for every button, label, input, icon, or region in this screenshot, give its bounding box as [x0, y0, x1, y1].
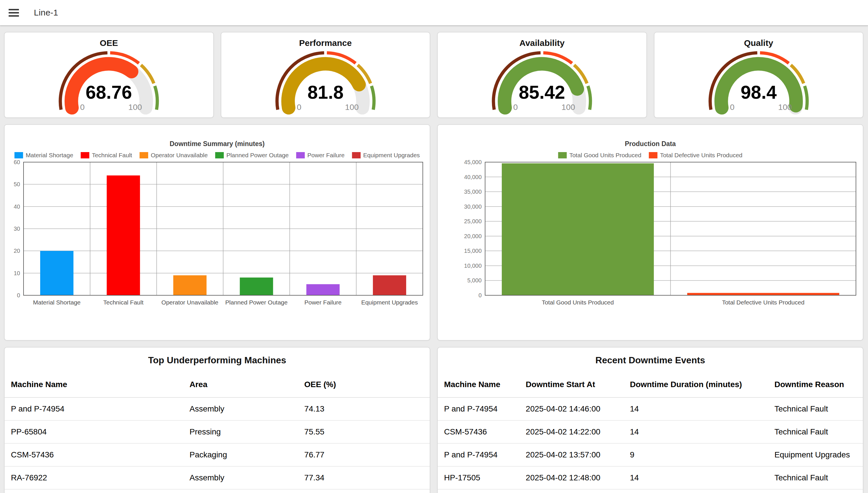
legend-swatch: [558, 152, 567, 158]
x-category-label: Technical Fault: [103, 299, 144, 306]
legend-item: Operator Unavailable: [140, 152, 208, 158]
cell-machine-name: P and P-74954: [438, 443, 526, 466]
y-tick-label: 30: [14, 226, 20, 232]
gauge-row: OEE 68.760100 Performance 81.80100 Avail…: [4, 32, 863, 118]
availability-gauge-chart: 85.420100: [478, 48, 606, 116]
legend-swatch: [140, 152, 148, 158]
cell-machine-name: CSM-57436: [438, 421, 526, 443]
cell-machine-name: P and P-74954: [438, 398, 526, 421]
cell-oee: 75.55: [304, 421, 430, 443]
cell-area: Packaging: [189, 443, 304, 466]
recent-downtime-events-table: Machine NameDowntime Start AtDowntime Du…: [438, 366, 863, 490]
x-category-label: Material Shortage: [33, 299, 81, 306]
menu-icon[interactable]: [8, 7, 20, 18]
gauge-title: Availability: [438, 38, 647, 48]
legend-label: Total Good Units Produced: [569, 152, 641, 158]
gauge-title: OEE: [5, 38, 213, 48]
downtime-summary-card: Downtime Summary (minutes)Material Short…: [4, 124, 430, 341]
legend-item: Planned Power Outage: [215, 152, 289, 158]
table-row: PP-65804Pressing75.55: [5, 421, 430, 443]
cell-oee: 76.77: [304, 443, 430, 466]
page-title: Line-1: [34, 8, 58, 18]
cell-machine-name: P and P-74954: [5, 398, 189, 421]
chart-title: Production Data: [625, 140, 676, 148]
y-tick-label: 20,000: [464, 233, 482, 239]
x-category-label: Power Failure: [304, 299, 342, 306]
table-row: P and P-749542025-04-02 13:57:009Equipme…: [438, 443, 863, 466]
legend-item: Total Good Units Produced: [558, 152, 641, 158]
chart-title: Downtime Summary (minutes): [170, 140, 264, 148]
table-row: HP-175052025-04-02 12:48:0014Technical F…: [438, 466, 863, 489]
legend-item: Material Shortage: [14, 152, 73, 158]
legend-swatch: [81, 152, 89, 158]
bar-power-failure[interactable]: [306, 284, 340, 295]
bar-material-shortage[interactable]: [40, 251, 73, 295]
legend-item: Equipment Upgrades: [352, 152, 420, 158]
gauge-card-oee: OEE 68.760100: [4, 32, 214, 118]
bar-total-defective-units-produced[interactable]: [687, 293, 839, 295]
bar-total-good-units-produced[interactable]: [502, 163, 654, 295]
bar-technical-fault[interactable]: [107, 175, 140, 295]
performance-gauge-chart: 81.80100: [261, 48, 390, 116]
cell-oee: 74.13: [304, 398, 430, 421]
cell-downtime-start-at: 2025-04-02 14:46:00: [526, 398, 630, 421]
cell-machine-name: CSM-57436: [5, 443, 189, 466]
gauge-max-label: 100: [345, 103, 359, 112]
gauge-value: 98.4: [741, 82, 777, 103]
cell-downtime-reason: Technical Fault: [775, 421, 863, 443]
gauge-max-label: 100: [778, 103, 792, 112]
y-tick-label: 45,000: [464, 159, 482, 165]
gauge-value: 81.8: [308, 82, 344, 103]
table-row: Top Underperforming Machines Machine Nam…: [4, 347, 863, 493]
column-header-downtime-reason: Downtime Reason: [775, 366, 863, 398]
legend-swatch: [215, 152, 224, 158]
gauge-band-segment: [805, 86, 807, 110]
downtime-summary-chart: Downtime Summary (minutes)Material Short…: [5, 127, 430, 339]
y-tick-label: 10,000: [464, 262, 482, 269]
legend-swatch: [14, 152, 23, 158]
legend-label: Equipment Upgrades: [363, 152, 420, 158]
x-category-label: Planned Power Outage: [225, 299, 288, 306]
table-row: CSM-574362025-04-02 14:22:0014Technical …: [438, 421, 863, 443]
y-tick-label: 5,000: [467, 277, 482, 283]
cell-machine-name: HP-17505: [438, 466, 526, 489]
legend-label: Technical Fault: [92, 152, 132, 158]
bar-planned-power-outage[interactable]: [240, 278, 273, 295]
y-tick-label: 20: [14, 248, 20, 254]
bar-operator-unavailable[interactable]: [173, 275, 207, 295]
chart-row: Downtime Summary (minutes)Material Short…: [4, 124, 863, 341]
legend-swatch: [649, 152, 657, 158]
gauge-band-segment: [155, 86, 157, 110]
cell-downtime-duration-minutes: 14: [630, 398, 775, 421]
column-header-downtime-start-at: Downtime Start At: [526, 366, 630, 398]
cell-area: Assembly: [189, 398, 304, 421]
legend-item: Technical Fault: [81, 152, 132, 158]
production-data-card: Production DataTotal Good Units Produced…: [437, 124, 863, 341]
y-tick-label: 30,000: [464, 203, 482, 210]
gauge-min-label: 0: [80, 103, 85, 112]
x-category-label: Total Defective Units Produced: [722, 299, 804, 306]
gauge-value: 85.42: [519, 82, 565, 103]
oee-gauge-chart: 68.760100: [44, 48, 173, 116]
legend-swatch: [352, 152, 361, 158]
cell-downtime-start-at: 2025-04-02 13:57:00: [526, 443, 630, 466]
gauge-max-label: 100: [562, 103, 575, 112]
top-app-bar: Line-1: [0, 0, 868, 25]
y-tick-label: 40: [14, 203, 20, 210]
cell-downtime-reason: Technical Fault: [775, 466, 863, 489]
bar-equipment-upgrades[interactable]: [373, 275, 406, 295]
legend-label: Operator Unavailable: [151, 152, 208, 158]
cell-downtime-duration-minutes: 14: [630, 421, 775, 443]
top-underperforming-machines-card: Top Underperforming Machines Machine Nam…: [4, 347, 430, 493]
cell-oee: 77.34: [304, 466, 430, 489]
column-header-machine-name: Machine Name: [438, 366, 526, 398]
gauge-card-performance: Performance 81.80100: [221, 32, 430, 118]
column-header-machine-name: Machine Name: [5, 366, 189, 398]
table-title: Top Underperforming Machines: [5, 355, 430, 366]
y-tick-label: 25,000: [464, 218, 482, 224]
legend-label: Material Shortage: [25, 152, 73, 158]
table-row: P and P-749542025-04-02 14:46:0014Techni…: [438, 398, 863, 421]
cell-machine-name: RA-76922: [5, 466, 189, 489]
legend-item: Power Failure: [296, 152, 345, 158]
table-row: CSM-57436Packaging76.77: [5, 443, 430, 466]
